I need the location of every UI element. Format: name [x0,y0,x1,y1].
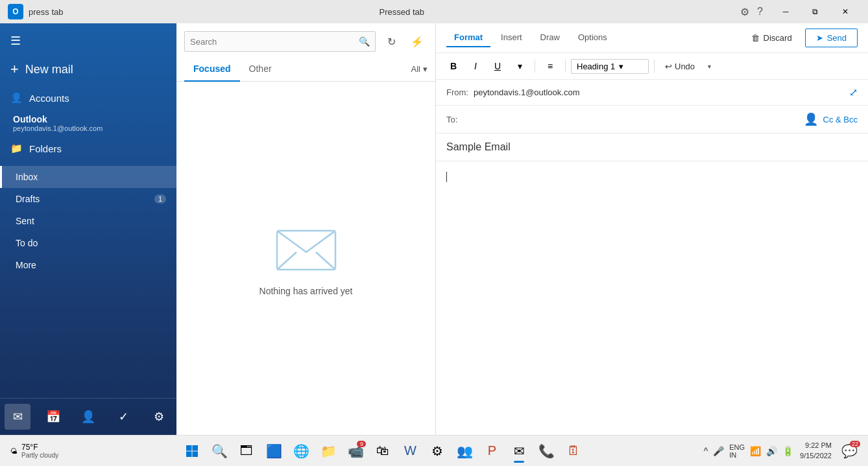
text-color-button[interactable]: ▾ [510,57,529,75]
heading-select[interactable]: Heading 1 ▾ [571,59,649,74]
send-icon: ➤ [816,33,823,43]
empty-state: Nothing has arrived yet [176,82,435,435]
search-box[interactable]: 🔍 [184,31,376,52]
undo-dropdown-button[interactable]: ▾ [703,57,716,75]
svg-rect-3 [186,445,192,451]
tasks-nav-button[interactable]: ✓ [110,404,136,430]
filter-button[interactable]: ⚡ [407,31,428,52]
tab-options[interactable]: Options [570,29,615,47]
folders-button[interactable]: 📁 Folders [0,136,176,161]
from-field: From: peytondavis.1@outlook.com ⤢ [436,80,868,106]
sidebar-bottom-nav: ✉ 📅 👤 ✓ ⚙ [0,398,176,435]
notification-button[interactable]: 💬 22 [837,438,863,464]
calendar-nav-button[interactable]: 📅 [40,404,66,430]
sidebar-item-todo[interactable]: To do [0,232,176,254]
undo-button[interactable]: ↩ Undo [660,59,700,74]
discard-button[interactable]: 🗑 Discard [743,29,800,47]
drafts-badge: 1 [154,194,166,204]
teams-button[interactable]: 📹 9 [343,438,368,464]
separator3 [654,60,655,73]
start-button[interactable] [179,438,205,464]
search-input[interactable] [190,37,359,47]
tab-draw[interactable]: Draw [533,29,568,47]
settings-taskbar-button[interactable]: ⚙ [424,438,450,464]
tab-focused[interactable]: Focused [184,57,240,82]
send-button[interactable]: ➤ Send [805,29,858,47]
phone-button[interactable]: 📞 [533,438,559,464]
clock[interactable]: 9:22 PM 9/15/2022 [800,441,832,461]
close-button[interactable]: ✕ [830,0,860,23]
svg-rect-6 [193,451,199,457]
notification-count: 22 [850,441,860,447]
explorer-button[interactable]: 📁 [315,438,341,464]
accounts-button[interactable]: 👤 Accounts [0,86,176,110]
help-icon[interactable]: ? [757,6,763,17]
separator2 [565,60,566,73]
trash-icon: 🗑 [751,33,760,43]
person-icon: 👤 [10,92,23,104]
empty-envelope-icon [274,221,339,273]
expand-icon[interactable]: ⤢ [849,86,858,99]
mail-nav-button[interactable]: ✉ [5,404,30,430]
tab-other[interactable]: Other [240,57,281,82]
compose-body[interactable] [436,161,868,435]
app-logo: O [8,4,23,19]
from-email: peytondavis.1@outlook.com [474,87,580,97]
volume-icon[interactable]: 🔊 [765,445,778,458]
settings-nav-button[interactable]: ⚙ [146,404,172,430]
settings-icon[interactable]: ⚙ [740,6,749,18]
mail-taskbar-button[interactable]: ✉ [506,438,532,464]
search-icon: 🔍 [359,36,370,47]
tab-insert[interactable]: Insert [493,29,530,47]
minimize-button[interactable]: ─ [771,0,801,23]
restore-button[interactable]: ⧉ [801,0,830,23]
text-cursor [446,172,447,182]
new-mail-button[interactable]: + New mail [0,53,176,86]
title-bar: O press tab Pressed tab ⚙ ? ─ ⧉ ✕ [0,0,868,23]
to-input[interactable] [463,115,803,124]
teams2-button[interactable]: 👥 [452,438,477,464]
sidebar-item-sent[interactable]: Sent [0,210,176,232]
bold-button[interactable]: B [444,57,463,75]
window-controls: ─ ⧉ ✕ [771,0,860,23]
sidebar-item-drafts[interactable]: Drafts 1 [0,188,176,210]
weather-condition: Partly cloudy [21,452,58,459]
sidebar-item-inbox[interactable]: Inbox [0,166,176,188]
italic-button[interactable]: I [466,57,485,75]
app-name: press tab [29,7,63,17]
edge-button[interactable]: 🌐 [288,438,314,464]
hamburger-menu-button[interactable]: ☰ [0,29,176,53]
from-label: From: [446,87,468,97]
wifi-icon[interactable]: 📶 [749,445,762,458]
search-taskbar-button[interactable]: 🔍 [206,438,232,464]
store-button[interactable]: 🛍 [370,438,396,464]
chevron-up-icon[interactable]: ^ [703,445,710,458]
sidebar-item-more[interactable]: More [0,254,176,276]
cc-bcc-button[interactable]: Cc & Bcc [823,115,858,124]
refresh-button[interactable]: ↻ [381,31,402,52]
powerpoint-button[interactable]: P [479,438,505,464]
battery-icon[interactable]: 🔋 [781,445,795,458]
compose-actions: 🗑 Discard ➤ Send [743,29,858,47]
all-filter[interactable]: All ▾ [411,64,428,74]
subject-field[interactable]: Sample Email [436,134,868,161]
chevron-down-icon: ▾ [619,62,623,71]
microphone-icon[interactable]: 🎤 [712,445,725,458]
add-person-icon[interactable]: 👤 [804,112,818,126]
weather-widget[interactable]: 🌤 75°F Partly cloudy [5,440,64,461]
to-label: To: [446,115,457,124]
people-nav-button[interactable]: 👤 [75,404,101,430]
folder-item-label: Sent [16,216,34,226]
word-button[interactable]: W [397,438,423,464]
folder-icon: 📁 [10,143,23,154]
outlook-taskbar-button[interactable]: 🗓 [561,438,586,464]
align-button[interactable]: ≡ [540,57,560,75]
taskview-button[interactable]: 🗔 [234,438,259,464]
tab-format[interactable]: Format [446,29,490,47]
underline-button[interactable]: U [488,57,507,75]
sidebar-top: ☰ + New mail 👤 Accounts Outlook peytonda… [0,23,176,166]
folders-label: Folders [29,143,62,154]
widgets-button[interactable]: 🟦 [261,438,287,464]
account-item[interactable]: Outlook peytondavis.1@outlook.com [0,110,176,136]
account-email: peytondavis.1@outlook.com [13,124,166,132]
